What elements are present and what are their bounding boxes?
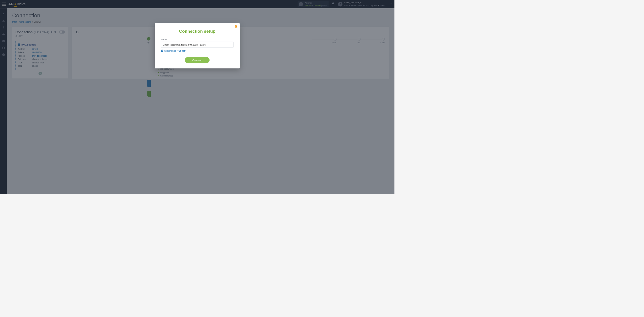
connection-setup-modal: ✖ Connection setup Name ?System help «Gh… xyxy=(155,23,240,68)
connection-name-input[interactable] xyxy=(161,42,233,48)
system-help-link[interactable]: ?System help «Ghost» xyxy=(161,50,233,52)
modal-title: Connection setup xyxy=(161,29,233,34)
continue-button[interactable]: Continue xyxy=(185,57,210,63)
name-field-label: Name xyxy=(161,38,233,41)
help-icon: ? xyxy=(161,50,163,52)
close-icon[interactable]: ✖ xyxy=(235,25,237,29)
